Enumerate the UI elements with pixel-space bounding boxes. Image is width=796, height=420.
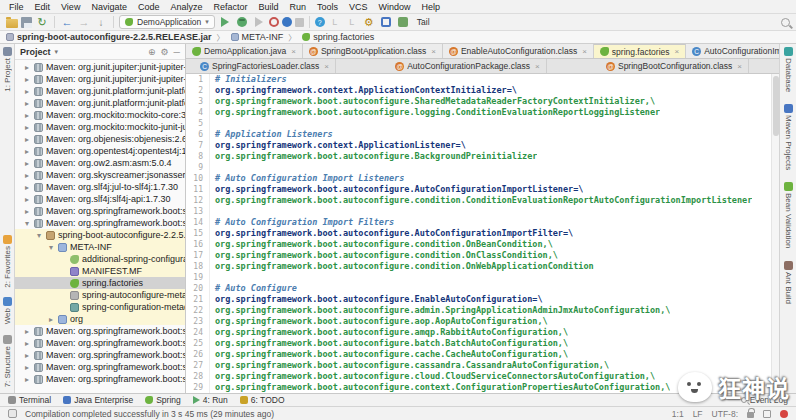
back-icon[interactable] xyxy=(60,15,74,29)
tree-arrow-icon[interactable]: ▸ xyxy=(23,327,31,336)
tree-row[interactable]: ▸Maven: org.mockito:mockito-core:3.1.0 xyxy=(15,109,185,121)
tree-arrow-icon[interactable]: ▸ xyxy=(23,75,31,84)
tree-arrow-icon[interactable]: ▸ xyxy=(23,195,31,204)
tree-row[interactable]: ▸Maven: org.springframework.boot:spring xyxy=(15,349,185,361)
tool-button-ant[interactable]: Ant Build xyxy=(784,261,793,304)
tree-row[interactable]: ▸Maven: org.mockito:mockito-junit-jupite… xyxy=(15,121,185,133)
tree-row[interactable]: ▸Maven: org.junit.platform:junit-platfor… xyxy=(15,85,185,97)
open-folder-icon[interactable] xyxy=(6,19,18,28)
menu-item-refactor[interactable]: Refactor xyxy=(208,1,252,13)
tree-arrow-icon[interactable]: ▾ xyxy=(23,219,31,228)
tree-row[interactable]: ▸Maven: org.springframework.boot:spring xyxy=(15,373,185,385)
editor-tab[interactable]: CAutoConfigurationImportSelector.class× xyxy=(686,44,779,58)
editor-tab[interactable]: @EnableAutoConfiguration.class× xyxy=(443,44,594,58)
menu-item-code[interactable]: Code xyxy=(133,1,165,13)
tree-row[interactable]: additional-spring-configuratio xyxy=(15,253,185,265)
menu-item-build[interactable]: Build xyxy=(253,1,283,13)
close-icon[interactable]: × xyxy=(324,62,329,71)
menu-item-navigate[interactable]: Navigate xyxy=(86,1,132,13)
tree-row[interactable]: ▸org xyxy=(15,313,185,325)
editor-scrollbar[interactable] xyxy=(771,74,779,393)
tree-arrow-icon[interactable]: ▸ xyxy=(23,375,31,384)
tree-row[interactable]: ▸Maven: org.opentest4j:opentest4j:1.2.0 xyxy=(15,145,185,157)
menu-item-help[interactable]: Help xyxy=(417,1,446,13)
profiler-icon[interactable] xyxy=(282,17,292,27)
tree-arrow-icon[interactable]: ▸ xyxy=(23,135,31,144)
sync-icon[interactable] xyxy=(35,15,49,29)
tool-button-structure[interactable]: 7: Structure xyxy=(3,335,12,387)
tree-arrow-icon[interactable]: ▸ xyxy=(47,315,55,324)
tree-arrow-icon[interactable]: ▸ xyxy=(23,111,31,120)
menu-item-edit[interactable]: Edit xyxy=(30,1,56,13)
tool-window-button-terminal[interactable]: Terminal xyxy=(8,395,51,405)
menu-item-window[interactable]: Window xyxy=(374,1,416,13)
close-icon[interactable]: × xyxy=(675,47,680,56)
menu-item-analyze[interactable]: Analyze xyxy=(165,1,207,13)
help-icon[interactable]: ? xyxy=(315,17,325,27)
panel-toggle-icon[interactable] xyxy=(8,409,17,418)
close-icon[interactable]: × xyxy=(737,62,742,71)
tree-row[interactable]: ▸Maven: org.junit.jupiter:junit-jupiter-… xyxy=(15,73,185,85)
breadcrumb-item[interactable]: spring.factories xyxy=(285,32,374,43)
close-icon[interactable]: × xyxy=(535,62,540,71)
editor-tab[interactable]: CSpringFactoriesLoader.class× xyxy=(194,59,336,73)
step-left-icon[interactable] xyxy=(328,15,342,29)
run-button[interactable] xyxy=(218,15,232,29)
debug-button[interactable] xyxy=(235,15,249,29)
tree-arrow-icon[interactable]: ▸ xyxy=(23,171,31,180)
tool-button-database[interactable]: Database xyxy=(784,47,793,92)
tool-window-button-spring[interactable]: Spring xyxy=(145,395,181,405)
breadcrumb-item[interactable]: spring-boot-autoconfigure-2.2.5.RELEASE.… xyxy=(6,32,212,42)
tree-row[interactable]: ▸Maven: org.slf4j:jul-to-slf4j:1.7.30 xyxy=(15,181,185,193)
close-icon[interactable]: × xyxy=(582,47,587,56)
tree-arrow-icon[interactable]: ▸ xyxy=(23,99,31,108)
tool-window-button-todo[interactable]: 6: TODO xyxy=(240,395,285,405)
tool-button-project[interactable]: 1: Project xyxy=(3,47,12,92)
tree-arrow-icon[interactable]: ▸ xyxy=(23,87,31,96)
menu-item-view[interactable]: View xyxy=(56,1,85,13)
coverage-icon[interactable] xyxy=(269,17,279,27)
tool-button-maven[interactable]: Maven Projects xyxy=(784,104,793,170)
tree-arrow-icon[interactable]: ▸ xyxy=(23,63,31,72)
tree-row[interactable]: ▸Maven: org.springframework.boot:spring xyxy=(15,325,185,337)
tree-row[interactable]: ▾Maven: org.springframework.boot:spring xyxy=(15,217,185,229)
collapse-icon[interactable]: ─ xyxy=(174,47,180,57)
tree-row[interactable]: ▸Maven: org.junit.platform:junit-platfor… xyxy=(15,97,185,109)
stop-button[interactable] xyxy=(295,18,304,27)
tool-button-favorites[interactable]: 2: Favorites xyxy=(3,235,12,288)
close-icon[interactable]: × xyxy=(291,47,296,56)
step-right-icon[interactable] xyxy=(345,15,359,29)
menu-item-run[interactable]: Run xyxy=(285,1,312,13)
tree-row[interactable]: ▸Maven: org.skyscreamer:jsonassert:1.5.0 xyxy=(15,169,185,181)
chevron-down-icon[interactable]: ▾ xyxy=(55,48,59,56)
tree-arrow-icon[interactable]: ▸ xyxy=(23,207,31,216)
editor-tab[interactable]: @SpringBootApplication.class× xyxy=(303,44,443,58)
tree-arrow-icon[interactable]: ▸ xyxy=(23,183,31,192)
tree-arrow-icon[interactable]: ▸ xyxy=(23,147,31,156)
editor-tab[interactable]: DemoApplication.java× xyxy=(186,44,303,58)
tool-window-button-javaee[interactable]: Java Enterprise xyxy=(63,395,133,405)
tree-arrow-icon[interactable]: ▸ xyxy=(23,123,31,132)
event-log-button[interactable]: Event Log xyxy=(741,395,788,405)
editor-tab[interactable]: spring.factories× xyxy=(594,44,686,58)
layout-icon[interactable] xyxy=(763,410,771,418)
tree-row[interactable]: spring-configuration-metadata xyxy=(15,301,185,313)
tool-window-button-run[interactable]: 4: Run xyxy=(193,395,228,405)
tree-row[interactable]: ▸Maven: org.objenesis:objenesis:2.6 xyxy=(15,133,185,145)
editor-tab[interactable]: @AutoConfigurationPackage.class× xyxy=(389,59,547,73)
gear-icon[interactable]: ⚙ xyxy=(161,47,169,57)
tree-row[interactable]: ▸Maven: org.ow2.asm:asm:5.0.4 xyxy=(15,157,185,169)
notification-dot-icon[interactable] xyxy=(780,410,788,418)
code-lines[interactable]: 1# Initializers2org.springframework.cont… xyxy=(186,74,771,393)
menu-item-tools[interactable]: Tools xyxy=(312,1,343,13)
tree-row[interactable]: ▸Maven: org.springframework.boot:spring xyxy=(15,337,185,349)
file-encoding[interactable]: UTF-8: xyxy=(712,409,738,419)
tree-arrow-icon[interactable]: ▸ xyxy=(23,339,31,348)
tree-row[interactable]: ▸Maven: org.junit.jupiter:junit-jupiter-… xyxy=(15,61,185,73)
tree-row[interactable]: spring-autoconfigure-metadat xyxy=(15,289,185,301)
tree-row[interactable]: ▾spring-boot-autoconfigure-2.2.5.RELE xyxy=(15,229,185,241)
run-configuration-selector[interactable]: DemoApplication ▾ xyxy=(119,15,215,29)
save-icon[interactable] xyxy=(21,17,32,28)
close-icon[interactable]: × xyxy=(431,47,436,56)
tree-row[interactable]: MANIFEST.MF xyxy=(15,265,185,277)
